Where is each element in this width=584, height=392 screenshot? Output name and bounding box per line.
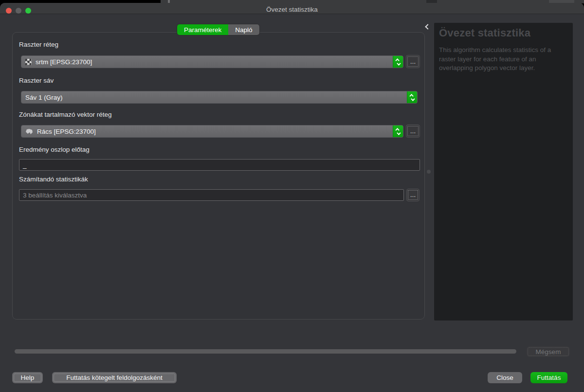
raster-layer-label: Raszter réteg (19, 41, 58, 48)
help-panel-description: This algorithm calculates statistics of … (439, 46, 568, 73)
tab-log[interactable]: Napló (228, 24, 259, 35)
tab-parameters[interactable]: Paraméterek (177, 24, 228, 35)
polygon-layer-icon (25, 128, 33, 135)
statistics-browse-button[interactable]: … (406, 189, 420, 201)
raster-checkerboard-icon (25, 59, 32, 65)
raster-layer-combobox[interactable]: srtm [EPSG:23700] (21, 55, 403, 68)
raster-layer-value: srtm [EPSG:23700] (32, 58, 393, 66)
raster-band-label: Raszter sáv (19, 77, 54, 84)
help-button[interactable]: Help (12, 372, 43, 383)
vector-layer-browse-button[interactable]: … (406, 125, 420, 138)
combobox-stepper[interactable] (393, 55, 403, 68)
vector-layer-combobox[interactable]: Rács [EPSG:23700] (21, 125, 403, 138)
splitter-handle[interactable] (427, 170, 431, 174)
statistics-label: Számítandó statisztikák (19, 176, 88, 183)
raster-band-combobox[interactable]: Sáv 1 (Gray) (21, 91, 418, 104)
vector-layer-value: Rács [EPSG:23700] (33, 128, 393, 135)
raster-layer-browse-button[interactable]: … (406, 55, 420, 68)
help-panel-title: Övezet statisztika (439, 27, 568, 39)
window-title: Övezet statisztika (0, 6, 584, 13)
output-prefix-label: Eredmény oszlop előtag (19, 146, 90, 153)
cancel-button[interactable]: Mégsem (527, 346, 570, 357)
output-prefix-input[interactable]: _ (19, 159, 420, 171)
help-panel: Övezet statisztika This algorithm calcul… (434, 23, 573, 321)
run-button[interactable]: Futtatás (530, 372, 567, 383)
statistics-input[interactable]: 3 beállítás kiválasztva (19, 189, 404, 201)
vector-layer-label: Zónákat tartalmazó vektor réteg (19, 111, 112, 118)
parameters-panel: Raszter réteg srtm [EPSG:23700] … Raszte… (12, 32, 425, 320)
run-as-batch-button[interactable]: Futtatás kötegelt feldolgozásként (52, 372, 177, 383)
close-button[interactable]: Close (488, 372, 522, 383)
combobox-stepper[interactable] (393, 125, 403, 138)
combobox-stepper[interactable] (407, 91, 417, 104)
tab-bar: Paraméterek Napló (177, 24, 260, 36)
raster-band-value: Sáv 1 (Gray) (21, 94, 407, 101)
progress-bar (15, 349, 516, 354)
